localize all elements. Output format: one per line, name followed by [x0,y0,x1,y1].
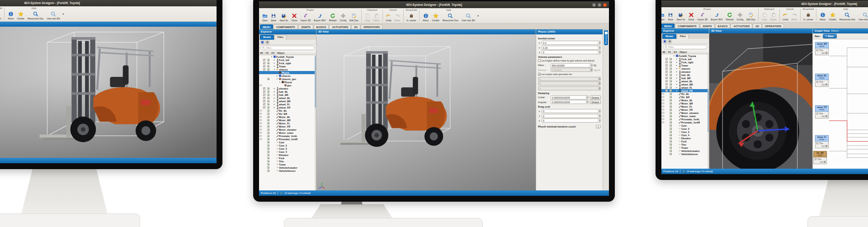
tab-menu[interactable]: MENU [661,24,675,28]
save-as-button[interactable]: Save As [675,11,687,22]
tree-row-fork[interactable]: ≫Fork [661,140,709,143]
node-out-port[interactable] [826,115,827,117]
tree-row-fork-right[interactable]: ▸Fork_right [661,61,709,64]
problems-label[interactable]: Problems (4) [663,170,678,173]
tree-row-fork-left[interactable]: ▸Fork_left [661,57,709,61]
problems-label[interactable]: Problems (4) [261,192,276,194]
tree-row-cast[interactable]: ≫Cast [661,124,709,127]
node-this-checkbox[interactable] [816,81,818,83]
user-doc-en-button[interactable]: User doc EN [857,11,868,22]
tree-row-cast[interactable]: ≫Cast [259,141,316,144]
tree-row-vehicleactuator[interactable]: ≫VehicleActuator [259,166,316,169]
tree-row-chassis[interactable]: ▾★chassis [259,68,316,71]
in-center-button[interactable]: In. center [0,10,3,21]
tree-row-this[interactable]: ≫This [259,160,316,163]
drag-z-spinbox[interactable]: 0 [542,118,601,123]
tree-row-dir-br[interactable]: Dir_BR [259,112,316,115]
damping-angular-default-button[interactable]: Default [590,100,601,104]
tree-row-cast-4[interactable]: ≫Cast_4 [661,133,709,137]
tree-row-prismatic-forkr[interactable]: Prismatic_forkR [661,121,709,124]
tree-row-tower[interactable]: ▸Tower [259,65,316,68]
tab-menu[interactable]: MENU [260,24,273,29]
config-button[interactable]: Config [735,11,745,22]
import-3d-button[interactable]: Import 3D [696,11,709,22]
graph-node-dir-br[interactable]: Dir_BR- Actor -Thisout [813,151,827,164]
tree-row-wheel-br[interactable]: ▸wheel_BR [259,99,316,103]
tab-basics[interactable]: BASICS [715,24,731,28]
copy-button[interactable]: Copy [363,12,372,23]
tree-row-cast-3[interactable]: ≫Cast_3 [661,130,709,133]
tree-row-prismatic-forkl[interactable]: Prismatic_forkL [259,134,316,137]
tree-row-elevator[interactable]: ≫Elevator [259,153,316,156]
nav-main-button[interactable]: ▸Main [823,34,837,39]
filter-input[interactable]: Filter... [260,46,315,50]
resources-doc-button[interactable]: Resources Doc [441,12,460,23]
undo-button[interactable]: Undo [384,12,393,23]
tab-i-o[interactable]: I/O [753,24,762,28]
about-button[interactable]: About [6,10,15,21]
tree-row-hub-bl[interactable]: ▸hub_BL [259,90,316,93]
tree-row-tower[interactable]: ≫Tower [661,146,709,149]
open-button[interactable]: Open [661,11,666,22]
save-button[interactable]: Save [666,11,675,22]
tree-row-wheel-bl[interactable]: ▸wheel_BL [259,96,316,99]
tree-row-motor-elevator[interactable]: Motor_elevator [259,128,316,131]
tab-basics[interactable]: BASICS [314,24,329,29]
config-button[interactable]: Config [338,12,348,23]
node-this-checkbox[interactable] [816,113,818,114]
tree-row-physic[interactable]: ▾Physic [259,80,316,84]
tab-operators[interactable]: OPERATORS [762,24,784,28]
tree-row-wheel-fr[interactable]: ▸wheel_FR [661,89,709,92]
viewport-3d[interactable] [709,33,812,169]
add-geometry-button[interactable] [668,39,672,43]
tree-row-motor-tower[interactable]: Motor_tower [661,114,709,118]
damping-angular-spinbox[interactable]: 0.000000119209 [551,100,589,104]
drag-x-spinbox[interactable]: 0 [542,109,601,113]
import-3d-button[interactable]: Import 3D [299,12,312,23]
viewport-3d[interactable] [316,34,536,190]
tab-actuators[interactable]: ACTUATORS [329,24,351,29]
damping-linear-spinbox[interactable]: 0.000000119209 [551,95,589,99]
tree-row-dir-bl[interactable]: Dir_BL [259,109,316,112]
node-this-checkbox[interactable] [815,158,816,160]
mass-spinbox[interactable]: 800.000000 [551,63,593,67]
about-button[interactable]: About [818,11,827,22]
tree-row-motor-br[interactable]: Motor_BR [661,102,709,105]
tree-row-dir-br[interactable]: Dir_BR [661,95,709,99]
tree-row-wheel-fl[interactable]: ▸wheel_FL [661,86,709,89]
graph-node-wheel-fr[interactable]: wheel_FR- Actor -Thisout [815,105,829,118]
tree-row-cast-2[interactable]: ≫Cast_2 [259,144,316,147]
tree-row-tower[interactable]: ▸Tower [661,64,709,67]
tree-row-wheel-fr[interactable]: ▸wheel_FR [259,106,316,109]
save-button[interactable]: Save [269,12,278,23]
redo-button[interactable]: Redo [393,12,401,23]
drag-y-spinbox[interactable]: 0 [542,114,601,118]
viewport-3d[interactable] [0,27,217,158]
paste-button[interactable]: Paste [769,11,778,22]
open-button[interactable]: Open [260,12,269,23]
graph-node-wheel-bl[interactable]: wheel_BL- Actor -Thisout [815,74,829,87]
config-tab[interactable]: Config [604,30,608,45]
tree-row-motor-tower[interactable]: Motor_tower [259,131,316,134]
reload-button[interactable]: Reload [327,12,338,23]
wheel-closeup-model[interactable] [709,33,812,169]
close-button[interactable] [603,3,607,7]
tree-row-motor-fl[interactable]: Motor_FL [259,122,316,125]
forklift-model[interactable] [28,27,182,154]
tree-row-geo[interactable]: geo [259,84,316,87]
tab-files[interactable]: Files [677,34,689,39]
tree-row-cast-3[interactable]: ≫Cast_3 [259,147,316,150]
graph-canvas[interactable]: wheel_BR- Actor -Thisoutwheel_BL- Actor … [813,39,868,169]
tree-row-wheel-fl[interactable]: ▸wheel_FL [259,103,316,106]
tree-column-header[interactable]: 3DYSGVObject [259,51,316,55]
close-button[interactable]: Close [290,12,299,23]
tree-row-hub-br[interactable]: ▸hub_BR [259,93,316,96]
maximize-button[interactable] [598,3,601,7]
tree-row-chassis-geo[interactable]: ▾chassis_geo [259,77,316,80]
reload-button[interactable]: Reload [724,11,735,22]
tab-components[interactable]: COMPONENTS [675,24,699,28]
tree-row-motor-br[interactable]: Motor_BR [259,118,316,122]
tree-row-motor-fr[interactable]: Motor_FR [259,125,316,128]
inertial-x-spinbox[interactable]: 0.4 [542,41,601,45]
forklift-model[interactable] [326,41,467,157]
